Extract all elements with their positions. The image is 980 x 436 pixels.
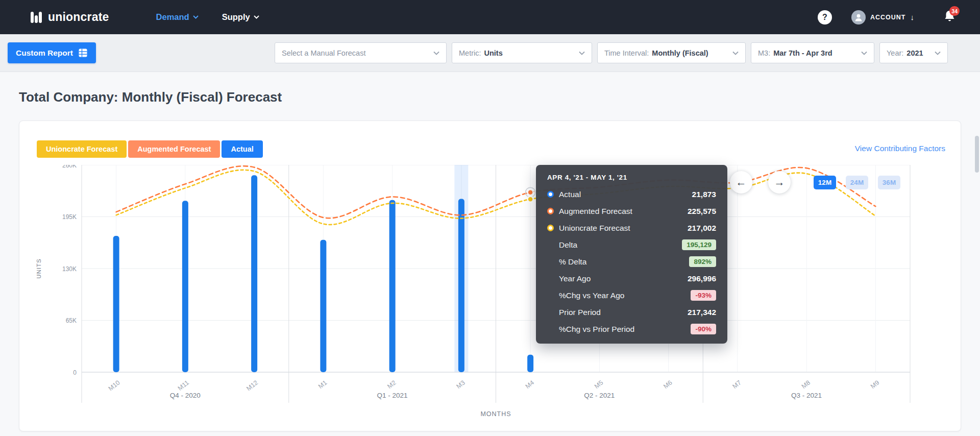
dropdown-year[interactable]: Year:2021 bbox=[879, 42, 948, 63]
tooltip-row-label: %Chg vs Prior Period bbox=[559, 325, 634, 334]
bar-M10[interactable] bbox=[113, 236, 119, 372]
x-tick-label-M2: M2 bbox=[386, 379, 397, 390]
tooltip-row-label: Delta bbox=[559, 240, 577, 250]
chevron-down-icon bbox=[428, 51, 439, 55]
forecast-chart-card: Unioncrate ForecastAugmented ForecastAct… bbox=[19, 120, 961, 431]
chart-canvas: 065K130K195K260KM10M11M12M1M2M3M4M5M6M7M… bbox=[19, 165, 961, 425]
tooltip-row-badge: 195,129 bbox=[682, 239, 716, 250]
range-toggle-group: 12M24M36M bbox=[814, 176, 900, 189]
nav-item-demand-label: Demand bbox=[156, 12, 189, 22]
dropdown-value: Units bbox=[484, 49, 503, 57]
dropdown-manual-forecast[interactable]: Select a Manual Forecast bbox=[275, 42, 447, 63]
spreadsheet-icon bbox=[78, 48, 88, 58]
tooltip-row: Year Ago296,996 bbox=[547, 270, 716, 287]
notifications-button[interactable]: 34 bbox=[944, 10, 955, 25]
dropdown-value: Mar 7th - Apr 3rd bbox=[773, 49, 832, 57]
nav-item-supply-label: Supply bbox=[222, 12, 250, 22]
tooltip-row-label: Augmented Forecast bbox=[559, 207, 632, 216]
view-contributing-factors-link[interactable]: View Contributing Factors bbox=[855, 144, 945, 153]
dropdown-metric[interactable]: Metric:Units bbox=[452, 42, 592, 63]
dropdown-value: Monthly (Fiscal) bbox=[652, 49, 708, 57]
bar-M11[interactable] bbox=[182, 201, 188, 372]
hover-point-unioncrate-forecast bbox=[528, 197, 533, 202]
y-tick-label: 65K bbox=[66, 317, 77, 324]
chevron-down-icon bbox=[727, 51, 739, 55]
bar-M4[interactable] bbox=[527, 355, 533, 372]
app-root: unioncrate Demand Supply ? bbox=[0, 0, 980, 431]
y-tick-label: 130K bbox=[62, 265, 77, 273]
chart-next-button[interactable]: → bbox=[768, 171, 791, 193]
x-tick-label-M6: M6 bbox=[662, 379, 673, 390]
chevron-down-icon bbox=[856, 51, 867, 55]
tooltip-row-badge: 892% bbox=[689, 256, 716, 267]
account-menu[interactable]: ACCOUNT ↓ bbox=[851, 10, 914, 25]
dropdown-time-interval[interactable]: Time Interval:Monthly (Fiscal) bbox=[597, 42, 746, 63]
tooltip-row: Augmented Forecast225,575 bbox=[547, 203, 716, 220]
range-button-36m[interactable]: 36M bbox=[878, 176, 900, 189]
chevron-down-icon bbox=[574, 51, 585, 55]
main-content: Total Company: Monthly (Fiscal) Forecast… bbox=[0, 89, 980, 431]
bar-M2[interactable] bbox=[389, 200, 396, 372]
chevron-down-icon bbox=[254, 15, 259, 19]
series-dot-icon bbox=[547, 225, 559, 231]
y-axis-title: UNITS bbox=[36, 258, 42, 279]
x-tick-label-M12: M12 bbox=[245, 379, 259, 392]
range-button-12m[interactable]: 12M bbox=[814, 176, 836, 189]
x-tick-label-M8: M8 bbox=[800, 379, 812, 390]
x-tick-label-M9: M9 bbox=[869, 379, 880, 390]
page-title: Total Company: Monthly (Fiscal) Forecast bbox=[19, 89, 961, 105]
filter-bar: Custom Report Select a Manual ForecastMe… bbox=[0, 34, 980, 72]
quarter-label: Q4 - 2020 bbox=[170, 392, 201, 399]
tooltip-row: Unioncrate Forecast217,002 bbox=[547, 220, 716, 236]
range-button-24m[interactable]: 24M bbox=[846, 176, 868, 189]
tooltip-row-badge: -90% bbox=[691, 324, 716, 334]
chart-prev-button[interactable]: ← bbox=[730, 171, 752, 193]
nav-item-supply[interactable]: Supply bbox=[222, 12, 259, 22]
x-tick-label-M11: M11 bbox=[177, 379, 190, 392]
arrow-down-icon: ↓ bbox=[911, 13, 915, 21]
dropdown-prefix: Metric: bbox=[459, 49, 481, 57]
tooltip-row: %Chg vs Prior Period-90% bbox=[547, 321, 716, 337]
y-tick-label: 195K bbox=[62, 213, 77, 221]
tooltip-row-value: 21,873 bbox=[692, 190, 716, 199]
tooltip-row-value: 217,342 bbox=[688, 308, 716, 317]
help-icon[interactable]: ? bbox=[818, 10, 832, 25]
legend-button-unioncrate-forecast[interactable]: Unioncrate Forecast bbox=[37, 140, 127, 158]
y-tick-label: 0 bbox=[73, 369, 77, 376]
x-tick-label-M1: M1 bbox=[317, 379, 328, 390]
dropdown-prefix: Year: bbox=[887, 49, 903, 57]
bar-M1[interactable] bbox=[320, 240, 326, 372]
bar-M3[interactable] bbox=[458, 199, 464, 372]
chevron-down-icon bbox=[929, 51, 941, 55]
unioncrate-logo-icon bbox=[30, 11, 43, 24]
tooltip-row-label: Unioncrate Forecast bbox=[559, 224, 630, 233]
custom-report-label: Custom Report bbox=[16, 49, 73, 58]
dropdown-prefix: Time Interval: bbox=[604, 49, 649, 57]
unioncrate-logo[interactable]: unioncrate bbox=[30, 10, 109, 24]
dropdown-value: Select a Manual Forecast bbox=[282, 49, 365, 57]
notification-count-badge: 34 bbox=[949, 6, 960, 16]
filter-dropdowns: Select a Manual ForecastMetric:UnitsTime… bbox=[275, 42, 948, 63]
legend-button-actual[interactable]: Actual bbox=[222, 140, 262, 158]
tooltip-row: % Delta892% bbox=[547, 253, 716, 270]
dropdown-prefix: M3: bbox=[758, 49, 770, 57]
forecast-chart: 065K130K195K260KM10M11M12M1M2M3M4M5M6M7M… bbox=[19, 165, 961, 425]
series-dot-icon bbox=[547, 225, 554, 231]
bar-M12[interactable] bbox=[251, 175, 257, 372]
x-tick-label-M5: M5 bbox=[593, 379, 604, 390]
user-icon bbox=[854, 13, 863, 22]
tooltip-row-value: 217,002 bbox=[688, 224, 716, 233]
tooltip-row-label: Actual bbox=[559, 190, 581, 199]
series-dot-icon bbox=[547, 208, 554, 214]
tooltip-row-label: Year Ago bbox=[559, 274, 591, 283]
main-nav: Demand Supply bbox=[156, 12, 259, 22]
tooltip-row: Delta195,129 bbox=[547, 236, 716, 253]
dropdown-period[interactable]: M3:Mar 7th - Apr 3rd bbox=[751, 42, 874, 63]
nav-item-demand[interactable]: Demand bbox=[156, 12, 199, 22]
legend-button-augmented-forecast[interactable]: Augmented Forecast bbox=[128, 140, 220, 158]
tooltip-row-value: 296,996 bbox=[688, 274, 716, 283]
legend-group: Unioncrate ForecastAugmented ForecastAct… bbox=[37, 140, 263, 158]
page-scrollbar-thumb[interactable] bbox=[975, 136, 979, 173]
quarter-label: Q3 - 2021 bbox=[791, 392, 822, 399]
custom-report-button[interactable]: Custom Report bbox=[8, 42, 96, 63]
